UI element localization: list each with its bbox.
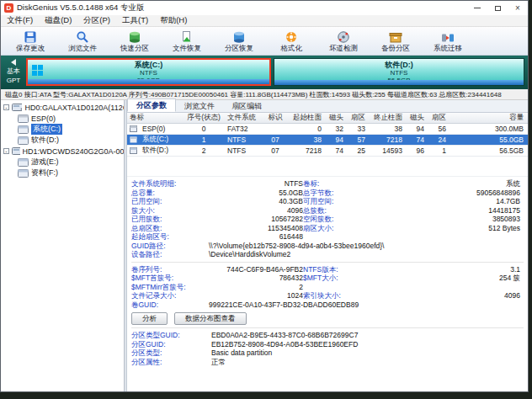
toolbar-label: 快速分区 xyxy=(120,45,149,52)
close-button[interactable]: × xyxy=(508,1,528,15)
partition-used-stripe xyxy=(274,80,524,85)
toolbar-button-save-changes[interactable]: 保存更改 xyxy=(4,28,56,55)
partition-icon xyxy=(18,158,29,167)
toolbar-label: 坏道检测 xyxy=(329,45,358,52)
partition-icon xyxy=(130,147,137,154)
toolbar-label: 分区恢复 xyxy=(225,45,253,52)
toolbar-button-partition-recovery[interactable]: 分区恢复 xyxy=(213,28,265,55)
tree-item-e[interactable]: 游戏(E:) xyxy=(1,157,124,168)
tree-item-label: 资料(F:) xyxy=(31,168,58,178)
disk-icon xyxy=(12,146,20,156)
tree-disk-label: HD0:GALAXTA1D0120A(112GB) xyxy=(24,104,124,112)
disk-icon xyxy=(12,103,22,112)
table-row-c[interactable]: 系统(C:) 1 NTFS 07 38 94 57 7218 74 24 55.… xyxy=(127,135,528,146)
tree-item-label: 游戏(E:) xyxy=(31,157,59,168)
diskgenius-window: D DiskGenius V5.5.0.1488 x64 专业版 × 文件(F)… xyxy=(0,0,529,392)
section-divider xyxy=(131,327,524,328)
partition-type-guid-row: 分区类型GUID:EBD0A0A2-B9E5-4433-87C0-68B6B72… xyxy=(131,331,524,340)
partition-fs: NTFS xyxy=(140,69,157,77)
disk-info-line: 磁盘0 接口:ATA 型号:GALAXTA1D0120A 序列号:490B071… xyxy=(1,89,528,100)
tree-disk-hd0[interactable]: - HD0:GALAXTA1D0120A(112GB) xyxy=(1,102,124,113)
fs-detail-row: 已用簇数:10567282 空闲簇数:3850893 xyxy=(131,215,524,224)
partition-type-row: 分区类型:Basic data partition xyxy=(131,348,524,358)
disk-map-nav: 基本 GPT xyxy=(1,56,26,89)
actions-row: 分析 数据分布图查看 xyxy=(131,312,524,325)
menu-item-file[interactable]: 文件(F) xyxy=(1,15,39,26)
menu-item-partition[interactable]: 分区(P) xyxy=(77,15,116,26)
toolbar-label: 浏览文件 xyxy=(68,45,97,52)
partition-icon xyxy=(18,136,29,145)
bad-sector-icon xyxy=(337,30,350,44)
analyze-button[interactable]: 分析 xyxy=(131,312,168,325)
partition-block-d[interactable]: 软件(D:) NTFS 56.5GB xyxy=(274,58,524,86)
toolbar-button-file-recovery[interactable]: 文件恢复 xyxy=(161,28,213,55)
fs-details-header: 文件系统明细: NTFS 卷标: 系统 xyxy=(131,179,524,189)
save-icon xyxy=(24,30,37,44)
menu-item-tools[interactable]: 工具(T) xyxy=(116,15,154,26)
data-distribution-button[interactable]: 数据分布图查看 xyxy=(174,312,247,325)
ntfs-detail-row: 卷序列号:744C-C6F9-B46A-9FB2 NTFS版本:3.1 xyxy=(131,265,524,274)
tree-disk-hd1[interactable]: - HD1:WDCWDS240G2G0A-00JH30(224GB) xyxy=(1,146,124,157)
search-icon xyxy=(76,30,89,44)
system-migration-icon xyxy=(441,30,455,44)
tree-item-esp[interactable]: ESP(0) xyxy=(1,113,124,124)
fs-detail-row: 总扇区数:115345408 扇区大小:512 Bytes xyxy=(131,224,524,233)
partition-icon xyxy=(130,136,137,143)
partition-bar: 系统(C:) NTFS 55.0GB 软件(D:) NTFS 56.5GB xyxy=(26,56,528,89)
partition-block-c[interactable]: 系统(C:) NTFS 55.0GB xyxy=(26,58,271,86)
quick-partition-icon xyxy=(128,30,141,44)
collapse-icon[interactable]: - xyxy=(3,104,9,110)
fs-detail-row: 总容量:55.0GB 总字节数:59056848896 xyxy=(131,189,524,198)
tree-item-c[interactable]: 系统(C:) xyxy=(1,124,124,135)
fs-detail-row: 已用空间:40.3GB 可用空间:14.7GB xyxy=(131,197,524,206)
toolbar-label: 文件恢复 xyxy=(173,45,201,52)
partition-icon xyxy=(18,169,29,178)
disk-map: 基本 GPT 系统(C:) NTFS 55.0GB 软件(D:) NTFS 56… xyxy=(1,56,528,89)
disk-type-gpt-label: GPT xyxy=(7,77,20,84)
partition-recovery-icon xyxy=(232,30,246,44)
partition-guid-row: 分区GUID:EB12B752-8908-4D94-A0B4-53BEE1960… xyxy=(131,340,524,349)
menu-item-disk[interactable]: 磁盘(D) xyxy=(39,15,77,26)
tab-bar: 分区参数 浏览文件 扇区编辑 xyxy=(127,100,528,113)
table-row-d[interactable]: 软件(D:) 2 NTFS 07 7218 74 25 14593 96 1 5… xyxy=(127,146,528,157)
toolbar-button-system-migration[interactable]: 系统迁移 xyxy=(422,28,474,55)
format-icon xyxy=(285,30,298,44)
main-area: - HD0:GALAXTA1D0120A(112GB) ESP(0) 系统(C:… xyxy=(1,100,528,391)
partition-name: 软件(D:) xyxy=(385,61,413,69)
app-icon: D xyxy=(4,3,13,13)
ntfs-detail-row: $MFT首簇号:786432 $MFT大小:254 簇 xyxy=(131,274,524,283)
guid-path-row: GUID路径:\\?\Volume{eb12b752-8908-4d94-a0b… xyxy=(131,242,524,251)
toolbar-button-backup-partition[interactable]: 备份分区 xyxy=(370,28,422,55)
toolbar-label: 备份分区 xyxy=(381,45,410,52)
toolbar-label: 格式化 xyxy=(280,45,302,52)
tab-browse-files[interactable]: 浏览文件 xyxy=(176,100,223,112)
toolbar-button-bad-sector-check[interactable]: 坏道检测 xyxy=(317,28,370,55)
file-recovery-icon xyxy=(180,30,194,44)
menu-bar: 文件(F) 磁盘(D) 分区(P) 工具(T) 帮助(H) xyxy=(1,15,528,27)
toolbar-button-browse-files[interactable]: 浏览文件 xyxy=(56,28,109,55)
partition-details: 文件系统明细: NTFS 卷标: 系统 总容量:55.0GB 总字节数:5905… xyxy=(127,177,528,391)
partition-used-stripe xyxy=(28,79,269,84)
toolbar-label: 保存更改 xyxy=(16,45,45,52)
disk-tree: - HD0:GALAXTA1D0120A(112GB) ESP(0) 系统(C:… xyxy=(1,100,125,391)
partition-table: 卷标 序号(状态) 文件系统 标识 起始柱面 磁头 扇区 终止柱面 磁头 扇区 … xyxy=(127,113,528,177)
table-row-esp[interactable]: ESP(0) 0 FAT32 0 32 33 38 94 56 300.0MB xyxy=(127,124,528,135)
table-header-row: 卷标 序号(状态) 文件系统 标识 起始柱面 磁头 扇区 终止柱面 磁头 扇区 … xyxy=(127,113,528,124)
toolbar-button-format[interactable]: 格式化 xyxy=(265,28,317,55)
window-controls: × xyxy=(467,1,528,15)
toolbar-button-quick-partition[interactable]: 快速分区 xyxy=(109,28,161,55)
content-panel: 分区参数 浏览文件 扇区编辑 卷标 序号(状态) 文件系统 标识 起始柱面 磁头… xyxy=(127,100,528,391)
ntfs-detail-row: 文件记录大小:1024 索引块大小:4096 xyxy=(131,291,524,301)
toolbar-label: 系统迁移 xyxy=(434,45,462,52)
prev-disk-arrow-icon[interactable] xyxy=(11,59,16,66)
minimize-button[interactable] xyxy=(467,1,487,15)
tree-item-d[interactable]: 软件(D:) xyxy=(1,135,124,146)
tab-sector-edit[interactable]: 扇区编辑 xyxy=(223,100,270,112)
collapse-icon[interactable]: - xyxy=(3,148,9,154)
tree-item-f[interactable]: 资料(F:) xyxy=(1,168,124,178)
menu-item-help[interactable]: 帮助(H) xyxy=(154,15,193,26)
tab-partition-params[interactable]: 分区参数 xyxy=(127,98,176,112)
partition-attr-row: 分区属性:正常 xyxy=(131,358,524,367)
title-bar: D DiskGenius V5.5.0.1488 x64 专业版 × xyxy=(1,1,528,15)
maximize-button[interactable] xyxy=(487,1,508,15)
